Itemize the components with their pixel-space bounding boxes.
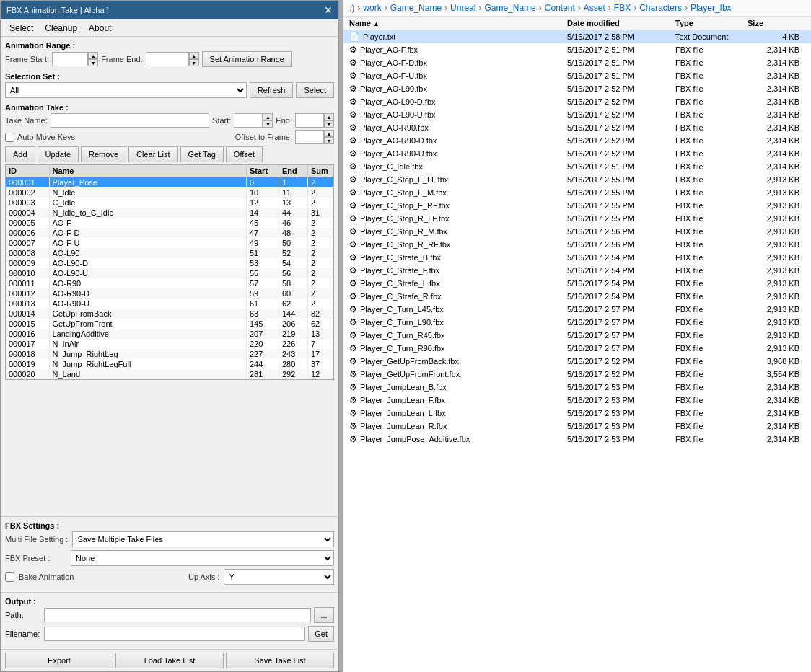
- export-button[interactable]: Export: [5, 653, 113, 668]
- breadcrumb-game-name-2[interactable]: Game_Name: [484, 3, 535, 13]
- menu-about[interactable]: About: [83, 22, 117, 35]
- menu-select[interactable]: Select: [4, 22, 39, 35]
- selection-set-dropdown[interactable]: All: [5, 82, 247, 98]
- file-list-item[interactable]: ⚙ Player_GetUpFromFront.fbx 5/16/2017 2:…: [343, 368, 811, 381]
- menu-cleanup[interactable]: Cleanup: [39, 22, 83, 35]
- start-up[interactable]: ▲: [263, 113, 273, 120]
- offset-frame-up[interactable]: ▲: [324, 130, 334, 137]
- file-list-item[interactable]: ⚙ Player_JumpLean_F.fbx 5/16/2017 2:53 P…: [343, 394, 811, 407]
- breadcrumb-fbx[interactable]: FBX: [614, 3, 631, 13]
- remove-button[interactable]: Remove: [81, 146, 126, 162]
- set-animation-range-button[interactable]: Set Animation Range: [202, 51, 292, 67]
- table-row[interactable]: 000016 LandingAdditive 207 219 13: [6, 329, 333, 339]
- table-row[interactable]: 000007 AO-F-U 49 50 2: [6, 238, 333, 248]
- get-tag-button[interactable]: Get Tag: [180, 146, 224, 162]
- path-input[interactable]: H:\work\Game_Name\Max\Assets\Rig\Charact…: [44, 608, 311, 622]
- table-row[interactable]: 000004 N_Idle_to_C_Idle 14 44 31: [6, 208, 333, 218]
- end-input[interactable]: 1: [295, 113, 324, 128]
- file-list-item[interactable]: ⚙ Player_AO-R90-D.fbx 5/16/2017 2:52 PM …: [343, 134, 811, 147]
- frame-start-input[interactable]: 0: [52, 52, 88, 66]
- table-row[interactable]: 000009 AO-L90-D 53 54 2: [6, 258, 333, 268]
- file-list-item[interactable]: 📄 Player.txt 5/16/2017 2:58 PM Text Docu…: [343, 30, 811, 43]
- col-header-date[interactable]: Date modified: [567, 19, 675, 27]
- file-list-item[interactable]: ⚙ Player_AO-R90.fbx 5/16/2017 2:52 PM FB…: [343, 121, 811, 134]
- file-list-item[interactable]: ⚙ Player_C_Stop_R_LF.fbx 5/16/2017 2:55 …: [343, 212, 811, 225]
- table-row[interactable]: 000020 N_Land 281 292 12: [6, 369, 333, 379]
- file-list-item[interactable]: ⚙ Player_JumpLean_R.fbx 5/16/2017 2:53 P…: [343, 420, 811, 433]
- frame-start-up[interactable]: ▲: [88, 52, 98, 59]
- file-list-item[interactable]: ⚙ Player_C_Strafe_F.fbx 5/16/2017 2:54 P…: [343, 264, 811, 277]
- frame-end-input[interactable]: 100: [146, 52, 189, 66]
- table-row[interactable]: 000018 N_Jump_RightLeg 227 243 17: [6, 349, 333, 359]
- file-list-item[interactable]: ⚙ Player_AO-L90-U.fbx 5/16/2017 2:52 PM …: [343, 108, 811, 121]
- file-list-item[interactable]: ⚙ Player_AO-L90.fbx 5/16/2017 2:52 PM FB…: [343, 82, 811, 95]
- file-list-item[interactable]: ⚙ Player_AO-F-U.fbx 5/16/2017 2:51 PM FB…: [343, 69, 811, 82]
- file-list-item[interactable]: ⚙ Player_C_Stop_F_LF.fbx 5/16/2017 2:55 …: [343, 173, 811, 186]
- table-row[interactable]: 000003 C_Idle 12 13 2: [6, 198, 333, 208]
- file-list-item[interactable]: ⚙ Player_JumpPose_Additive.fbx 5/16/2017…: [343, 433, 811, 446]
- file-list-item[interactable]: ⚙ Player_AO-F-D.fbx 5/16/2017 2:51 PM FB…: [343, 56, 811, 69]
- breadcrumb-unreal[interactable]: Unreal: [450, 3, 475, 13]
- file-list-item[interactable]: ⚙ Player_C_Strafe_B.fbx 5/16/2017 2:54 P…: [343, 251, 811, 264]
- end-down[interactable]: ▼: [324, 120, 334, 128]
- fbx-preset-dropdown[interactable]: None: [71, 550, 334, 566]
- file-list-item[interactable]: ⚙ Player_JumpLean_L.fbx 5/16/2017 2:53 P…: [343, 407, 811, 420]
- start-down[interactable]: ▼: [263, 120, 273, 128]
- frame-start-down[interactable]: ▼: [88, 59, 98, 66]
- table-row[interactable]: 000010 AO-L90-U 55 56 2: [6, 268, 333, 278]
- frame-end-down[interactable]: ▼: [189, 59, 199, 66]
- offset-frame-input[interactable]: 0: [295, 130, 324, 144]
- table-row[interactable]: 000019 N_Jump_RightLegFull 244 280 37: [6, 359, 333, 369]
- multi-file-dropdown[interactable]: Save Multiple Take Files: [72, 531, 334, 547]
- up-axis-dropdown[interactable]: Y: [224, 569, 334, 585]
- file-list-item[interactable]: ⚙ Player_C_Turn_R45.fbx 5/16/2017 2:57 P…: [343, 329, 811, 342]
- breadcrumb-asset[interactable]: Asset: [584, 3, 605, 13]
- browse-button[interactable]: ...: [314, 607, 334, 623]
- file-list-item[interactable]: ⚙ Player_C_Strafe_L.fbx 5/16/2017 2:54 P…: [343, 277, 811, 290]
- start-spinner[interactable]: 0 ▲ ▼: [234, 113, 273, 128]
- table-row[interactable]: 000005 AO-F 45 46 2: [6, 218, 333, 228]
- end-spinner[interactable]: 1 ▲ ▼: [295, 113, 334, 128]
- filename-input[interactable]: Player: [44, 627, 305, 641]
- frame-end-spinner[interactable]: 100 ▲ ▼: [146, 52, 199, 66]
- table-row[interactable]: 000015 GetUpFromFront 145 206 62: [6, 319, 333, 329]
- bake-anim-checkbox[interactable]: [5, 572, 14, 582]
- file-list-item[interactable]: ⚙ Player_C_Turn_L45.fbx 5/16/2017 2:57 P…: [343, 303, 811, 316]
- file-list-item[interactable]: ⚙ Player_C_Stop_F_RF.fbx 5/16/2017 2:55 …: [343, 199, 811, 212]
- breadcrumb-work[interactable]: work: [363, 3, 381, 13]
- col-header-name[interactable]: Name ▲: [349, 19, 567, 27]
- table-row[interactable]: 000002 N_Idle 10 11 2: [6, 187, 333, 198]
- file-list-item[interactable]: ⚙ Player_C_Stop_R_M.fbx 5/16/2017 2:56 P…: [343, 225, 811, 238]
- file-list-item[interactable]: ⚙ Player_C_Idle.fbx 5/16/2017 2:51 PM FB…: [343, 160, 811, 173]
- offset-button[interactable]: Offset: [226, 146, 263, 162]
- frame-start-spinner[interactable]: 0 ▲ ▼: [52, 52, 98, 66]
- table-row[interactable]: 000013 AO-R90-U 61 62 2: [6, 299, 333, 309]
- table-row[interactable]: 000017 N_InAir 220 226 7: [6, 339, 333, 349]
- get-button[interactable]: Get: [308, 626, 334, 642]
- auto-move-checkbox[interactable]: [5, 133, 14, 142]
- breadcrumb-game-name-1[interactable]: Game_Name: [390, 3, 442, 13]
- table-row[interactable]: 000006 AO-F-D 47 48 2: [6, 228, 333, 238]
- update-button[interactable]: Update: [38, 146, 79, 162]
- file-list-item[interactable]: ⚙ Player_C_Stop_R_RF.fbx 5/16/2017 2:56 …: [343, 238, 811, 251]
- file-list-item[interactable]: ⚙ Player_C_Stop_F_M.fbx 5/16/2017 2:55 P…: [343, 186, 811, 199]
- refresh-button[interactable]: Refresh: [250, 82, 294, 98]
- file-list-item[interactable]: ⚙ Player_GetUpFromBack.fbx 5/16/2017 2:5…: [343, 355, 811, 368]
- file-list-item[interactable]: ⚙ Player_AO-R90-U.fbx 5/16/2017 2:52 PM …: [343, 147, 811, 160]
- frame-end-up[interactable]: ▲: [189, 52, 199, 59]
- offset-frame-spinner[interactable]: 0 ▲ ▼: [295, 130, 334, 144]
- table-row[interactable]: 000001 Player_Pose 0 1 2: [6, 177, 333, 188]
- close-button[interactable]: ✕: [324, 5, 333, 15]
- table-row[interactable]: 000012 AO-R90-D 59 60 2: [6, 288, 333, 299]
- start-input[interactable]: 0: [234, 113, 263, 128]
- select-button[interactable]: Select: [296, 82, 334, 98]
- offset-frame-down[interactable]: ▼: [324, 137, 334, 144]
- table-row[interactable]: 000011 AO-R90 57 58 2: [6, 278, 333, 288]
- table-row[interactable]: 000014 GetUpFromBack 63 144 82: [6, 309, 333, 319]
- load-take-list-button[interactable]: Load Take List: [115, 653, 224, 668]
- file-list-item[interactable]: ⚙ Player_C_Turn_R90.fbx 5/16/2017 2:57 P…: [343, 342, 811, 355]
- save-take-list-button[interactable]: Save Take List: [226, 653, 334, 668]
- file-list-item[interactable]: ⚙ Player_AO-F.fbx 5/16/2017 2:51 PM FBX …: [343, 43, 811, 56]
- file-list-item[interactable]: ⚙ Player_JumpLean_B.fbx 5/16/2017 2:53 P…: [343, 381, 811, 394]
- breadcrumb-content[interactable]: Content: [545, 3, 575, 13]
